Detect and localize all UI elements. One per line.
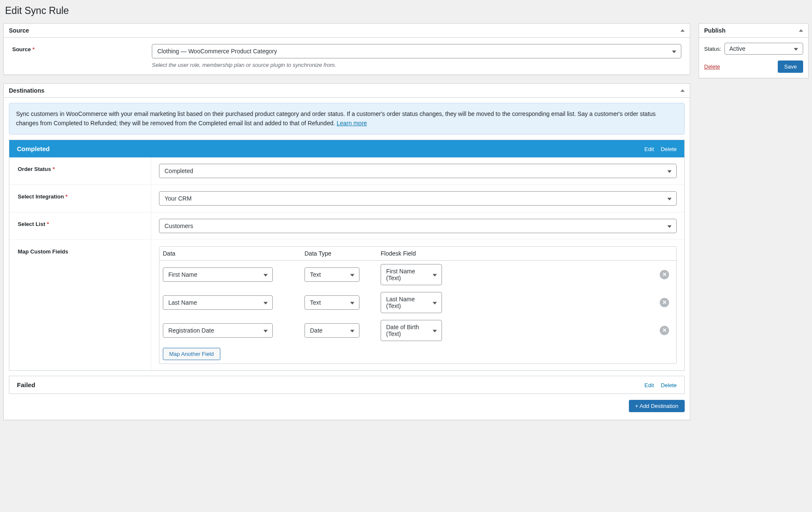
map-data-select[interactable]: First Name — [163, 267, 273, 282]
info-text: Sync customers in WooCommerce with your … — [16, 110, 656, 127]
map-type-select[interactable]: Date — [304, 323, 359, 338]
remove-row-button[interactable]: ✕ — [660, 298, 669, 307]
destination-completed: Completed Edit Delete Order Status * — [9, 140, 685, 371]
source-panel: Source Source * Clothing — WooCommerce P… — [3, 23, 690, 75]
info-box: Sync customers in WooCommerce with your … — [9, 103, 685, 135]
learn-more-link[interactable]: Learn more — [337, 120, 367, 127]
destination-edit-link[interactable]: Edit — [645, 146, 654, 152]
remove-row-button[interactable]: ✕ — [660, 326, 669, 335]
map-head-type: Data Type — [304, 250, 359, 257]
map-fields-table: Data Data Type Flodesk Field — [159, 246, 677, 364]
source-panel-header[interactable]: Source — [4, 24, 690, 38]
list-select[interactable]: Customers — [159, 219, 677, 233]
collapse-up-icon[interactable] — [680, 89, 685, 92]
publish-panel-title: Publish — [704, 27, 726, 34]
source-select[interactable]: Clothing — WooCommerce Product Category — [152, 44, 681, 58]
map-another-field-button[interactable]: Map Another Field — [163, 348, 220, 360]
source-panel-title: Source — [9, 27, 29, 34]
order-status-label-text: Order Status — [18, 166, 51, 172]
map-head-target: Flodesk Field — [381, 250, 442, 257]
collapse-up-icon[interactable] — [799, 29, 803, 32]
integration-label-text: Select Integration — [18, 193, 64, 200]
map-fields-label: Map Custom Fields — [9, 240, 151, 370]
destination-title: Failed — [17, 381, 35, 388]
required-asterisk: * — [33, 46, 35, 52]
required-asterisk: * — [66, 193, 68, 200]
map-row: Last Name Text Last Name (Text) ✕ — [159, 289, 676, 317]
save-button[interactable]: Save — [778, 61, 803, 73]
source-label-text: Source — [12, 46, 31, 52]
order-status-select[interactable]: Completed — [159, 164, 677, 178]
map-target-select[interactable]: Last Name (Text) — [381, 292, 442, 313]
publish-panel-header[interactable]: Publish — [699, 24, 808, 38]
map-target-select[interactable]: Date of Birth (Text) — [381, 320, 442, 341]
required-asterisk: * — [47, 221, 49, 227]
required-asterisk: * — [52, 166, 55, 172]
destination-failed: Failed Edit Delete — [9, 376, 685, 394]
add-destination-button[interactable]: + Add Destination — [629, 400, 685, 412]
integration-select[interactable]: Your CRM — [159, 191, 677, 206]
destinations-panel: Destinations Sync customers in WooCommer… — [3, 83, 690, 420]
status-select[interactable]: Active — [724, 43, 803, 55]
map-type-select[interactable]: Text — [304, 295, 359, 310]
page-title: Edit Sync Rule — [5, 5, 809, 17]
order-status-label: Order Status * — [9, 157, 151, 184]
source-select-wrap: Clothing — WooCommerce Product Category — [152, 44, 681, 58]
delete-link[interactable]: Delete — [704, 63, 720, 70]
map-data-select[interactable]: Registration Date — [163, 323, 273, 338]
status-label: Status: — [704, 46, 721, 52]
source-label: Source * — [4, 38, 152, 74]
publish-panel: Publish Status: Active Delete Save — [699, 23, 809, 78]
destinations-panel-title: Destinations — [9, 87, 44, 94]
collapse-up-icon[interactable] — [680, 29, 685, 32]
map-type-select[interactable]: Text — [304, 267, 359, 282]
destination-header-failed[interactable]: Failed Edit Delete — [9, 376, 684, 394]
map-data-select[interactable]: Last Name — [163, 295, 273, 310]
map-target-select[interactable]: First Name (Text) — [381, 264, 442, 285]
list-label-text: Select List — [18, 221, 45, 227]
integration-label: Select Integration * — [9, 185, 151, 212]
map-row: First Name Text First Name (Text) ✕ — [159, 261, 676, 289]
list-label: Select List * — [9, 212, 151, 239]
source-help-text: Select the user role, membership plan or… — [152, 62, 681, 68]
destination-edit-link[interactable]: Edit — [645, 382, 654, 388]
destination-header-completed: Completed Edit Delete — [9, 140, 684, 157]
destination-delete-link[interactable]: Delete — [661, 146, 677, 152]
map-row: Registration Date Date Date of Birth (Te… — [159, 317, 676, 344]
destination-delete-link[interactable]: Delete — [661, 382, 677, 388]
destination-title: Completed — [17, 145, 50, 152]
destinations-panel-header[interactable]: Destinations — [4, 84, 690, 98]
map-head-data: Data — [163, 250, 273, 257]
remove-row-button[interactable]: ✕ — [660, 270, 669, 279]
